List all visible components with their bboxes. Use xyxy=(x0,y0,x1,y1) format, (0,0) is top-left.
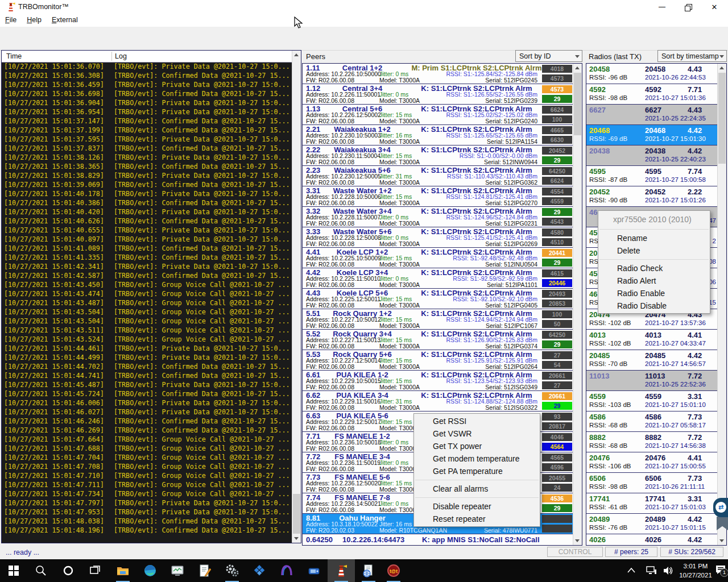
log-row[interactable]: [10/27/2021 15:01:43.511][TRBO/evt]: Gro… xyxy=(2,326,292,335)
radio-row-6506[interactable]: 650665067.73RSSI: -98 dB2021-10-26 21:11… xyxy=(586,473,718,493)
log-column-time[interactable]: Time xyxy=(6,52,22,60)
scroll-thumb[interactable] xyxy=(718,73,726,164)
radio-row-6627[interactable]: 662766274.432021-10-25 22:24:35 xyxy=(586,105,718,125)
log-row[interactable]: [10/27/2021 15:01:44.702][TRBO/evt]: Con… xyxy=(2,362,292,371)
talkgroup-badge[interactable]: 20455 xyxy=(542,474,572,482)
radio-row-11013[interactable]: 11013110137.722021-10-25 22:52:36 xyxy=(586,371,718,391)
menu-item-get-modem-temperature[interactable]: Get modem temperature xyxy=(414,452,540,465)
menu-item-delete[interactable]: Delete xyxy=(598,244,710,257)
radio-row-4013[interactable]: 401340134.41RSSI: -102 dB2021-10-27 04:3… xyxy=(586,330,718,350)
radios-scrollbar[interactable] xyxy=(717,64,726,545)
log-row[interactable]: [10/27/2021 15:01:46.027][TRBO/evt]: Pri… xyxy=(2,408,292,417)
radio-row-20458[interactable]: 20458204584.43RSSI: -96 dB2021-10-26 22:… xyxy=(586,64,718,84)
talkgroup-badge[interactable]: 20446 xyxy=(542,279,572,287)
log-row[interactable]: [10/27/2021 15:01:47.711][TRBO/evt]: Gro… xyxy=(2,480,292,489)
scroll-up-arrow[interactable] xyxy=(292,51,301,59)
radio-row-4595[interactable]: 459545957.74RSSI: -87 dB2021-10-27 15:00… xyxy=(586,166,718,186)
log-row[interactable]: [10/27/2021 15:01:45.487][TRBO/evt]: Pri… xyxy=(2,380,292,389)
menu-item-get-pa-temperature[interactable]: Get PA temperature xyxy=(414,465,540,477)
log-row[interactable]: [10/27/2021 15:01:40.655][TRBO/evt]: Pri… xyxy=(2,226,292,235)
menu-item-radio-check[interactable]: Radio Check xyxy=(598,262,710,275)
trbomonitor-taskbar-icon[interactable] xyxy=(328,559,355,582)
log-row[interactable]: [10/27/2021 15:01:47.734][TRBO/evt]: Gro… xyxy=(2,489,292,498)
log-row[interactable]: [10/27/2021 15:01:42.587][TRBO/evt]: Con… xyxy=(2,271,292,280)
teamviewer-edge-tab[interactable]: ⇄ xyxy=(713,498,728,533)
talkgroup-badge[interactable]: 20441 xyxy=(542,249,572,257)
log-row[interactable]: [10/27/2021 15:01:36.308][TRBO/evt]: Con… xyxy=(2,71,292,80)
talkgroup-badge[interactable]: 4573 xyxy=(542,74,572,82)
radio-row-4026[interactable]: 402640264.42 xyxy=(586,534,718,546)
peer-row-4.43[interactable]: 4.43Koele LCP 5+6K: S1:LCPtrnk S2:LCPtrn… xyxy=(303,289,573,309)
log-row[interactable]: [10/27/2021 15:01:41.089][TRBO/evt]: Con… xyxy=(2,244,292,253)
tat-app-icon[interactable]: t@t xyxy=(380,559,407,582)
log-row[interactable]: [10/27/2021 15:01:43.524][TRBO/evt]: Gro… xyxy=(2,335,292,344)
talkgroup-badge[interactable]: 4665 xyxy=(542,126,572,134)
restore-button[interactable] xyxy=(675,0,701,14)
log-row[interactable]: [10/27/2021 15:01:39.069][TRBO/evt]: Con… xyxy=(2,180,292,189)
peer-row-5.53[interactable]: 5.53Rock Quarry 5+6K: S1:LCPtrnk S2:LCPt… xyxy=(303,350,573,371)
log-column-log[interactable]: Log xyxy=(115,52,127,60)
cube-app-icon[interactable] xyxy=(246,559,273,582)
log-row[interactable]: [10/27/2021 15:01:47.953][TRBO/evt]: Pri… xyxy=(2,508,292,517)
talkgroup-badge[interactable]: 27 xyxy=(542,381,572,389)
log-row[interactable]: [10/27/2021 15:01:40.386][TRBO/evt]: Con… xyxy=(2,198,292,207)
log-row[interactable]: [10/27/2021 15:01:40.420][TRBO/evt]: Pri… xyxy=(2,207,292,217)
peer-row-6.62[interactable]: 6.62PUA KILEA 3-4K: S1:LCPtrnk S2:LCPtrn… xyxy=(303,391,573,411)
talkgroup-badge[interactable]: 29 xyxy=(542,340,572,348)
menu-item-get-tx-power[interactable]: Get TX power xyxy=(414,440,540,452)
talkgroup-badge[interactable]: 4543 xyxy=(542,218,572,226)
doc-viewer-app-icon[interactable] xyxy=(355,559,382,582)
file-explorer-icon[interactable] xyxy=(109,559,136,582)
search-icon[interactable] xyxy=(27,559,55,582)
log-row[interactable]: [10/27/2021 15:01:47.710][TRBO/evt]: Gro… xyxy=(2,471,292,480)
log-row[interactable]: [10/27/2021 15:01:42.341][TRBO/evt]: Pri… xyxy=(2,262,292,271)
log-row[interactable]: [10/27/2021 15:01:38.829][TRBO/evt]: Pri… xyxy=(2,171,292,180)
log-row[interactable]: [10/27/2021 15:01:46.269][TRBO/evt]: Con… xyxy=(2,426,292,435)
notes-app-icon[interactable] xyxy=(191,559,218,582)
talkgroup-badge[interactable]: 20452 xyxy=(542,147,572,155)
talkgroup-badge[interactable]: 24 xyxy=(542,484,572,492)
menu-item-disable-repeater[interactable]: Disable repeater xyxy=(414,500,540,513)
radio-row-17741[interactable]: 17741177413.31RSSI: -61 dB2021-10-27 15:… xyxy=(586,493,718,514)
peer-row-2.23[interactable]: 2.23Waiakeakua 5+6K: S1:LCPtrnk S2:LCPtr… xyxy=(303,166,573,186)
log-row[interactable]: [10/27/2021 15:01:37.837][TRBO/evt]: Con… xyxy=(2,144,292,153)
talkgroup-badge[interactable]: 20661 xyxy=(542,392,572,400)
peer-row-4.41[interactable]: 4.41Koele LCP 1+2K: S1:LCPtrnk S2:LCPtrn… xyxy=(303,248,573,268)
talkgroup-badge[interactable]: 64250 xyxy=(542,331,572,339)
log-row[interactable]: [10/27/2021 15:01:36.904][TRBO/evt]: Pri… xyxy=(2,98,292,107)
peer-row-2.22[interactable]: 2.22Waiakeakua 3+4K: S1:LCPtrnk S2:LCPtr… xyxy=(303,146,573,166)
talkgroup-badge[interactable]: 4046 xyxy=(542,433,572,441)
peer-row-4.42[interactable]: 4.42Koele LCP 3+4K: S1:LCPtrnk S2:LCPtrn… xyxy=(303,268,573,289)
scroll-down-arrow[interactable] xyxy=(718,537,726,545)
tray-chevron-up-icon[interactable] xyxy=(627,568,635,573)
radio-row-20485[interactable]: 20485204854.42RSSI: -70 dB2021-10-27 14:… xyxy=(586,350,718,371)
talkgroup-badge[interactable]: 4580 xyxy=(542,228,572,236)
peers-sort-dropdown[interactable]: Sort by ID xyxy=(515,50,582,62)
scroll-down-arrow[interactable] xyxy=(573,537,582,545)
log-row[interactable]: [10/27/2021 15:01:44.741][TRBO/evt]: Con… xyxy=(2,371,292,380)
minimize-button[interactable]: — xyxy=(649,0,675,14)
talkgroup-badge[interactable]: 29 xyxy=(542,156,572,164)
peer-row-2.21[interactable]: 2.21Waiakeakua 1+2K: S1:LCPtrnk S2:LCPtr… xyxy=(303,125,573,146)
log-row[interactable]: [10/27/2021 15:01:38.365][TRBO/evt]: Con… xyxy=(2,162,292,171)
menu-item-get-vswr[interactable]: Get VSWR xyxy=(414,427,540,440)
scroll-up-arrow[interactable] xyxy=(718,64,726,72)
talkgroup-badge[interactable]: 100 xyxy=(542,115,572,123)
radio-row-20468[interactable]: 20468204684.42RSSI: -69 dB2021-10-27 15:… xyxy=(586,125,718,146)
talkgroup-badge[interactable]: 100 xyxy=(542,310,572,318)
headset-app-icon[interactable] xyxy=(273,559,300,582)
log-row[interactable]: [10/27/2021 15:01:43.504][TRBO/evt]: Gro… xyxy=(2,307,292,317)
log-row[interactable]: [10/27/2021 15:01:37.199][TRBO/evt]: Con… xyxy=(2,126,292,135)
radio-row-8882[interactable]: 888288827.72RSSI: -68 dB2021-10-27 14:56… xyxy=(586,432,718,452)
peer-row-5.51[interactable]: 5.51Rock Quarry 1+2K: S1:LCPtrnk S2:LCPt… xyxy=(303,309,573,330)
menu-item-radio-disable[interactable]: Radio Disable xyxy=(598,300,710,312)
log-row[interactable]: [10/27/2021 15:01:48.196][TRBO/evt]: Con… xyxy=(2,526,292,535)
log-scrollbar[interactable] xyxy=(292,51,301,543)
radio-row-20452[interactable]: 20452204522.22RSSI: -90 dB2021-10-27 15:… xyxy=(586,186,718,207)
menu-file[interactable]: File xyxy=(0,14,22,27)
talkgroup-badge[interactable]: 50 xyxy=(542,320,572,328)
log-row[interactable]: [10/27/2021 15:01:48.038][TRBO/evt]: Con… xyxy=(2,517,292,526)
talkgroup-badge[interactable]: 93 xyxy=(542,413,572,421)
menu-external[interactable]: External xyxy=(47,14,83,27)
radio-row-20476[interactable]: 20476204764.41RSSI: -106 dB2021-10-27 15… xyxy=(586,452,718,473)
